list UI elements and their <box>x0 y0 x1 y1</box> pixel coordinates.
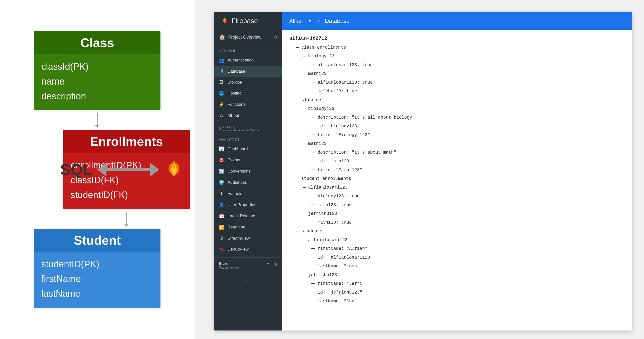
quality-sublabel: Crashlytics, Performance, Test Lab <box>219 129 277 132</box>
student-field-3: lastName <box>41 286 153 301</box>
db-key-class-enrollments: — class_enrollments <box>296 43 625 52</box>
sidebar-item-database[interactable]: 🗄 Database <box>214 66 282 77</box>
class-title: Class <box>34 31 160 54</box>
class-field-1: classId(PK) <box>41 59 153 74</box>
sidebar-item-dashboard[interactable]: 📊 Dashboard <box>214 143 282 155</box>
collapse-icon: ‹ <box>247 277 249 283</box>
class-field-3: description <box>41 89 153 104</box>
audiences-label: Audiences <box>228 180 247 185</box>
auth-icon: 👥 <box>219 58 224 63</box>
sql-firebase-connector: SQL <box>60 159 184 181</box>
sidebar-item-events[interactable]: 🎯 Events <box>214 155 282 166</box>
quality-section-label: Quality Crashlytics, Performance, Test L… <box>214 121 282 134</box>
events-icon: 🎯 <box>219 157 224 163</box>
er-diagram: Class classId(PK) name description Enrol… <box>0 0 194 339</box>
class-table: Class classId(PK) name description <box>34 31 160 110</box>
arrow-enroll-to-student <box>63 209 190 229</box>
firebase-database-content[interactable]: alfian-162712 — class_enrollments — biol… <box>282 30 632 331</box>
hosting-label: Hosting <box>228 91 242 96</box>
sidebar-item-mlkit[interactable]: Λ ML Kit <box>214 110 282 121</box>
firebase-brand: Firebase <box>214 17 282 25</box>
dashboard-icon: 📊 <box>219 146 224 152</box>
functions-icon: ⚡ <box>219 102 224 107</box>
db-node-alfian-student: — alfianlosari123 ├─ firstName: "Alfian"… <box>303 236 625 271</box>
streamview-icon: ⏱ <box>219 236 224 241</box>
sidebar-item-hosting[interactable]: 🌐 Hosting <box>214 88 282 99</box>
sidebar-item-debugview[interactable]: 🐞 DebugView <box>214 244 282 255</box>
quality-label: Quality <box>219 125 277 129</box>
student-table-wrapper: Student studentID(PK) firstName lastName <box>34 229 160 308</box>
sidebar-bottom: Modify Blaze Pay as you go <box>214 257 282 273</box>
db-node-math123-class: — math123 ├─ description: "It's about ma… <box>303 139 625 174</box>
funnels-icon: ⬇ <box>219 191 224 196</box>
sidebar-item-latest-release[interactable]: 📅 Latest Release <box>214 210 282 222</box>
header-dropdown-icon[interactable]: ▼ <box>308 18 312 23</box>
db-root-key: alfian-162712 <box>289 35 625 41</box>
student-field-2: firstName <box>41 272 153 286</box>
sidebar-item-retention[interactable]: 🔁 Retention <box>214 222 282 233</box>
mlkit-icon: Λ <box>219 113 224 118</box>
database-label: Database <box>228 69 245 74</box>
audiences-icon: 🌍 <box>219 180 224 185</box>
sidebar-item-user-properties[interactable]: 👤 User Properties <box>214 199 282 210</box>
retention-label: Retention <box>228 225 245 230</box>
sidebar-item-storage[interactable]: 🖼 Storage <box>214 77 282 88</box>
db-node-biology123-enroll: — biology123 └─ alfianlosari123: true <box>303 52 625 69</box>
latest-release-icon: 📅 <box>219 213 224 219</box>
firebase-main: 🏠 Project Overview ⚙ Develop 👥 Authentic… <box>214 30 632 331</box>
db-key-student-enrollments: — student_enrollments <box>296 174 625 183</box>
sidebar-item-functions[interactable]: ⚡ Functions <box>214 99 282 110</box>
sidebar-item-streamview[interactable]: ⏱ StreamView <box>214 233 282 244</box>
db-node-students: — students — alfianlosari123 ├─ firstNam… <box>296 227 625 306</box>
sidebar-item-authentication[interactable]: 👥 Authentication <box>214 55 282 66</box>
db-node-student-enrollments: — student_enrollments — alfianlosari123 … <box>296 174 625 227</box>
class-fields: classId(PK) name description <box>34 54 160 110</box>
class-field-2: name <box>41 74 153 89</box>
db-node-jefri-senroll: — jefrichu123 └─ math123: true <box>303 209 625 227</box>
sidebar-item-audiences[interactable]: 🌍 Audiences <box>214 177 282 188</box>
student-fields: studentID(PK) firstName lastName <box>34 252 160 308</box>
enroll-field-3: studentID(FK) <box>70 188 182 202</box>
firebase-brand-name: Firebase <box>232 17 258 25</box>
sidebar-project-overview[interactable]: 🏠 Project Overview ⚙ <box>214 30 282 45</box>
mlkit-label: ML Kit <box>228 113 239 118</box>
db-key-classess: — classess <box>296 95 625 104</box>
sidebar-item-funnels[interactable]: ⬇ Funnels <box>214 188 282 199</box>
hosting-icon: 🌐 <box>219 91 224 96</box>
student-field-1: studentID(PK) <box>41 257 153 272</box>
bidirectional-arrow <box>97 163 159 176</box>
gear-icon[interactable]: ⚙ <box>273 34 277 40</box>
develop-section-label: Develop <box>214 45 282 55</box>
arrow-class-to-enroll <box>97 110 98 130</box>
firebase-header-bar[interactable]: Alfian ▼ > Database <box>282 12 632 30</box>
db-node-alfian-senroll: — alfianlosari123 ├─ biology123: true └─… <box>303 183 625 209</box>
db-root: alfian-162712 — class_enrollments — biol… <box>289 35 625 306</box>
firebase-flame-icon <box>164 159 184 181</box>
firebase-sidebar: 🏠 Project Overview ⚙ Develop 👥 Authentic… <box>214 30 282 331</box>
header-project-name[interactable]: Alfian <box>289 18 303 24</box>
debugview-label: DebugView <box>228 247 249 252</box>
functions-label: Functions <box>228 102 246 107</box>
student-table: Student studentID(PK) firstName lastName <box>34 229 160 308</box>
latest-release-label: Latest Release <box>228 214 255 219</box>
conversions-label: Conversions <box>228 169 251 174</box>
sidebar-item-conversions[interactable]: 🔄 Conversions <box>214 166 282 177</box>
db-node-math123-enroll: — math123 ├─ alfianlosari123: true └─ je… <box>303 69 625 95</box>
enrollments-title: Enrollments <box>63 130 190 153</box>
sidebar-collapse-button[interactable]: ‹ <box>214 273 282 287</box>
debugview-icon: 🐞 <box>219 247 224 252</box>
student-title: Student <box>34 229 160 252</box>
firebase-topbar: Firebase Alfian ▼ > Database <box>214 12 632 30</box>
db-key-students: — students <box>296 227 625 236</box>
home-icon: 🏠 <box>219 34 225 40</box>
events-label: Events <box>228 158 240 163</box>
funnels-label: Funnels <box>228 191 242 196</box>
conversions-icon: 🔄 <box>219 169 224 174</box>
db-node-jefri-student: — jefrichu123 ├─ firstName: "Jefri" ├─ i… <box>303 271 625 306</box>
user-properties-icon: 👤 <box>219 202 224 208</box>
modify-button[interactable]: Modify <box>266 262 277 266</box>
firebase-ui: Firebase Alfian ▼ > Database 🏠 Project O… <box>214 12 632 331</box>
sidebar-project-label: Project Overview <box>228 35 270 40</box>
blaze-subtitle: Pay as you go <box>219 266 277 269</box>
db-node-classess: — classess — biology123 ├─ description: … <box>296 95 625 174</box>
